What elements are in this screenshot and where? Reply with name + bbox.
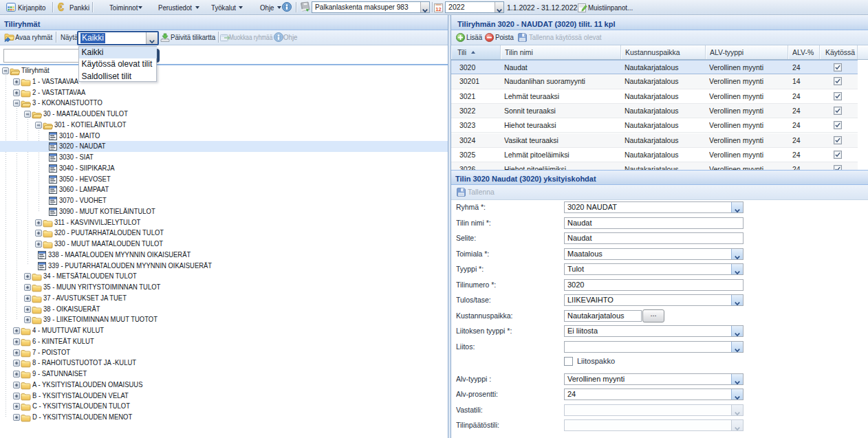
svg-text:€: € [58,2,64,13]
svg-text:12: 12 [435,6,441,12]
